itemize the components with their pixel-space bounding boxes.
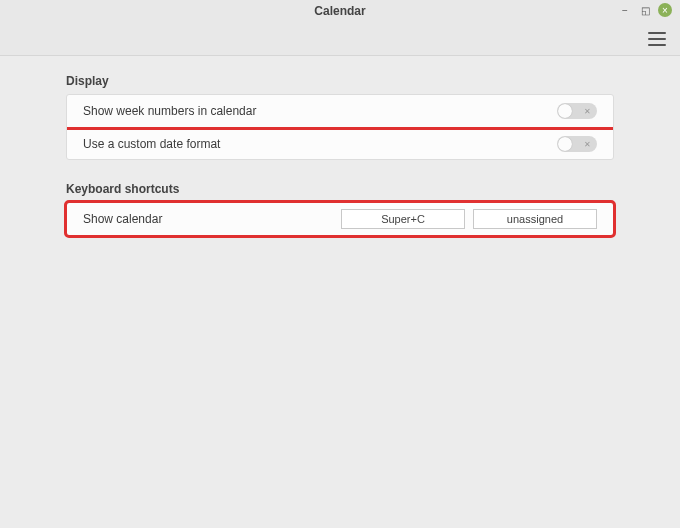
maximize-button[interactable]: ◱ — [638, 3, 652, 17]
toolbar — [0, 22, 680, 56]
window-controls: − ◱ × — [618, 3, 672, 17]
minimize-button[interactable]: − — [618, 3, 632, 17]
row-label: Show calendar — [83, 212, 333, 226]
window-title: Calendar — [314, 4, 365, 18]
keyboard-card: Show calendar Super+C unassigned — [66, 202, 614, 236]
toggle-show-week-numbers[interactable]: ✕ — [557, 103, 597, 119]
display-card: Show week numbers in calendar ✕ Use a cu… — [66, 94, 614, 160]
toggle-knob — [558, 104, 572, 118]
toggle-off-icon: ✕ — [584, 139, 591, 148]
shortcut-binding-1[interactable]: Super+C — [341, 209, 465, 229]
row-show-week-numbers: Show week numbers in calendar ✕ — [67, 95, 613, 127]
close-button[interactable]: × — [658, 3, 672, 17]
section-title-keyboard: Keyboard shortcuts — [66, 182, 614, 196]
toggle-off-icon: ✕ — [584, 107, 591, 116]
row-custom-date-format: Use a custom date format ✕ — [67, 127, 613, 159]
titlebar: Calendar − ◱ × — [0, 0, 680, 22]
toggle-custom-date-format[interactable]: ✕ — [557, 136, 597, 152]
shortcut-binding-2[interactable]: unassigned — [473, 209, 597, 229]
row-label: Show week numbers in calendar — [83, 104, 256, 118]
row-show-calendar: Show calendar Super+C unassigned — [67, 203, 613, 235]
content: Display Show week numbers in calendar ✕ … — [0, 56, 680, 236]
menu-icon[interactable] — [648, 32, 666, 46]
row-label: Use a custom date format — [83, 137, 220, 151]
section-title-display: Display — [66, 74, 614, 88]
toggle-knob — [558, 137, 572, 151]
